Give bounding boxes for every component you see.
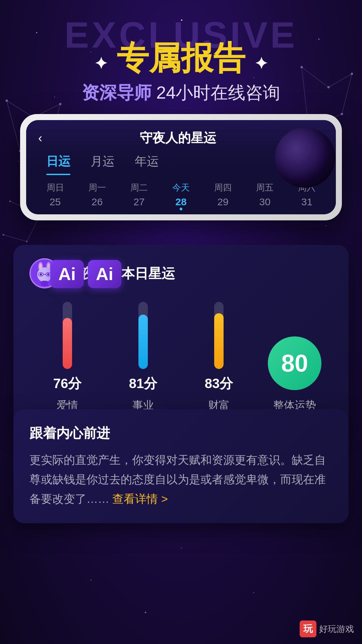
subtitle-rest: 24小时在线咨询 (152, 83, 280, 102)
text-card-heading: 跟着内心前进 (29, 424, 333, 442)
svg-line-4 (7, 101, 20, 151)
watermark: 玩 好玩游戏 (300, 621, 354, 637)
svg-point-25 (26, 241, 27, 242)
week-name-today: 今天 (172, 182, 190, 194)
headline-section: ✦ 专属报告 ✦ 资深导师 24小时在线咨询 (0, 40, 362, 105)
bar-career (138, 302, 148, 369)
week-day-mon[interactable]: 周一 26 (88, 182, 106, 208)
more-link[interactable]: 查看详情 > (112, 492, 168, 505)
week-day-sun[interactable]: 周日 25 (47, 182, 64, 208)
phone-title: 守夜人的星运 (140, 129, 216, 147)
week-name-thu: 周四 (214, 182, 232, 194)
text-card-content: 更实际的直觉产生，你变得对天赋和资源更有意识。缺乏自尊或缺钱是你过去的态度自以为… (29, 453, 326, 505)
week-num-fri: 30 (259, 196, 270, 208)
svg-point-36 (40, 273, 42, 275)
week-day-fri[interactable]: 周五 30 (256, 182, 274, 208)
bar-wealth (214, 302, 224, 369)
planet-decoration (275, 127, 335, 188)
week-num-sun: 25 (50, 196, 61, 208)
svg-rect-39 (41, 281, 49, 286)
watermark-icon: 玩 (300, 621, 316, 637)
bar-fill-wealth (214, 313, 224, 369)
week-num-tue: 27 (133, 196, 144, 208)
week-name-tue: 周二 (130, 182, 148, 194)
overall-score-item: 80 整体运势 (257, 336, 333, 413)
subtitle-highlight: 资深导师 (82, 83, 152, 102)
subtitle: 资深导师 24小时在线咨询 (0, 81, 362, 105)
svg-point-23 (9, 201, 11, 202)
overall-score-circle: 80 (268, 336, 321, 390)
week-num-mon: 26 (92, 196, 103, 208)
overall-number: 80 (281, 351, 308, 375)
week-name-fri: 周五 (256, 182, 274, 194)
week-num-today: 28 (175, 196, 186, 207)
score-item-wealth: 83分 财富 (181, 302, 257, 413)
bar-fill-love (63, 318, 72, 369)
tab-monthly[interactable]: 月运 (90, 153, 115, 175)
headline-main: ✦ 专属报告 ✦ (0, 40, 362, 76)
svg-point-37 (47, 273, 49, 275)
tab-daily[interactable]: 日运 (46, 153, 70, 175)
week-name-mon: 周一 (88, 182, 106, 194)
text-card: 跟着内心前进 更实际的直觉产生，你变得对天赋和资源更有意识。缺乏自尊或缺钱是你过… (13, 409, 349, 523)
week-num-thu: 29 (217, 196, 228, 208)
score-number-wealth: 83分 (205, 374, 233, 393)
week-day-thu[interactable]: 周四 29 (214, 182, 232, 208)
svg-line-22 (3, 235, 27, 241)
week-name-sun: 周日 (47, 182, 64, 194)
ai-badges-container: Ai Ai (50, 260, 121, 288)
score-item-love: 76分 爱情 (29, 302, 105, 413)
bar-love (63, 302, 72, 369)
week-num-sat: 31 (301, 196, 312, 208)
svg-point-18 (341, 113, 343, 115)
tab-yearly[interactable]: 年运 (135, 153, 159, 175)
score-item-career: 81分 事业 (105, 302, 181, 413)
ai-badge-1: Ai (50, 260, 84, 288)
scores-row: 76分 爱情 81分 事业 83分 财富 80 整体运势 (29, 302, 333, 413)
headline-title: 专属报告 (117, 40, 245, 76)
ai-badge-2: Ai (88, 260, 121, 288)
watermark-text: 好玩游戏 (319, 623, 354, 635)
week-day-today[interactable]: 今天 28 (172, 182, 190, 208)
svg-point-38 (44, 276, 45, 277)
svg-point-26 (3, 234, 4, 235)
sparkle-left: ✦ (94, 55, 108, 72)
bar-fill-career (138, 315, 148, 369)
back-button[interactable]: ‹ (38, 131, 42, 145)
text-card-body: 更实际的直觉产生，你变得对天赋和资源更有意识。缺乏自尊或缺钱是你过去的态度自以为… (29, 450, 333, 508)
score-number-career: 81分 (129, 374, 158, 393)
score-number-love: 76分 (53, 374, 82, 393)
week-day-tue[interactable]: 周二 27 (130, 182, 148, 208)
sparkle-right: ✦ (254, 55, 268, 72)
